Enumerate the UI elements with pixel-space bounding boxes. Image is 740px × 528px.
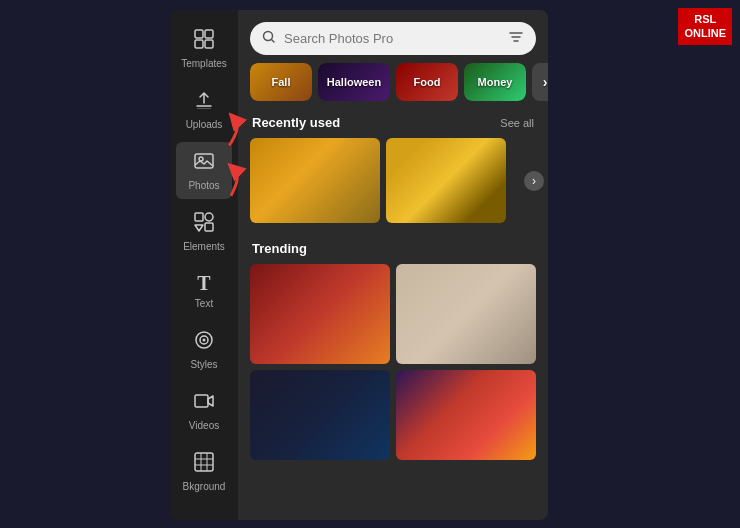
text-icon: T (197, 272, 210, 295)
sidebar-item-text[interactable]: T Text (176, 264, 232, 317)
sidebar-item-photos[interactable]: Photos (176, 142, 232, 199)
sidebar-item-elements[interactable]: Elements (176, 203, 232, 260)
search-input[interactable] (284, 31, 500, 46)
photos-panel: Fall Halloween Food Money › Recently use… (238, 10, 548, 520)
svg-rect-3 (205, 40, 213, 48)
category-pill-more[interactable]: › (532, 63, 548, 101)
bkground-label: Bkground (183, 481, 226, 492)
videos-icon (193, 390, 215, 417)
category-pill-fall[interactable]: Fall (250, 63, 312, 101)
category-more-label: › (543, 74, 548, 90)
svg-rect-7 (195, 213, 203, 221)
svg-rect-1 (205, 30, 213, 38)
svg-point-8 (205, 213, 213, 221)
recent-photo-2[interactable] (386, 138, 506, 223)
elements-icon (193, 211, 215, 238)
svg-rect-2 (195, 40, 203, 48)
templates-label: Templates (181, 58, 227, 69)
photos-icon (193, 150, 215, 177)
recently-used-title: Recently used (252, 115, 340, 130)
trending-title: Trending (252, 241, 307, 256)
dark-scene-image (250, 370, 390, 460)
videos-label: Videos (189, 420, 219, 431)
sidebar-item-styles[interactable]: Styles (176, 321, 232, 378)
svg-rect-14 (195, 453, 213, 471)
bkground-icon (193, 451, 215, 478)
rsl-badge: RSL ONLINE (678, 8, 732, 45)
category-halloween-label: Halloween (327, 76, 381, 88)
category-money-label: Money (478, 76, 513, 88)
recently-used-header: Recently used See all (238, 109, 548, 138)
category-food-label: Food (414, 76, 441, 88)
search-icon (262, 30, 276, 47)
photos-label: Photos (188, 180, 219, 191)
uploads-icon (193, 89, 215, 116)
trending-photo-3[interactable] (250, 370, 390, 460)
svg-rect-0 (195, 30, 203, 38)
trending-photo-1[interactable] (250, 264, 390, 364)
sidebar: Templates Uploads Photos (170, 10, 238, 520)
trending-header: Trending (238, 235, 548, 264)
sidebar-item-videos[interactable]: Videos (176, 382, 232, 439)
sidebar-item-bkground[interactable]: Bkground (176, 443, 232, 500)
sidebar-item-uploads[interactable]: Uploads (176, 81, 232, 138)
styles-icon (193, 329, 215, 356)
red-people-image (250, 264, 390, 364)
see-all-link[interactable]: See all (500, 117, 534, 129)
category-fall-label: Fall (272, 76, 291, 88)
sunflowers-image (386, 138, 506, 223)
category-pill-food[interactable]: Food (396, 63, 458, 101)
uploads-label: Uploads (186, 119, 223, 130)
svg-rect-9 (205, 223, 213, 231)
trending-photo-4[interactable] (396, 370, 536, 460)
elements-label: Elements (183, 241, 225, 252)
filter-icon[interactable] (508, 29, 524, 48)
yellow-field-image (250, 138, 380, 223)
svg-rect-5 (195, 154, 213, 168)
carousel-next-arrow[interactable]: › (524, 171, 544, 191)
trending-photo-2[interactable] (396, 264, 536, 364)
search-bar[interactable] (250, 22, 536, 55)
svg-point-12 (203, 339, 206, 342)
woman-wall-image (396, 264, 536, 364)
category-row: Fall Halloween Food Money › (238, 63, 548, 109)
category-pill-halloween[interactable]: Halloween (318, 63, 390, 101)
sidebar-item-templates[interactable]: Templates (176, 20, 232, 77)
text-label: Text (195, 298, 213, 309)
recent-photos-grid: › (238, 138, 548, 223)
rsl-badge-line1: RSL (684, 12, 726, 26)
recent-photo-1[interactable] (250, 138, 380, 223)
trending-grid (238, 264, 548, 460)
category-pill-money[interactable]: Money (464, 63, 526, 101)
happy-women-image (396, 370, 536, 460)
templates-icon (193, 28, 215, 55)
styles-label: Styles (190, 359, 217, 370)
rsl-badge-line2: ONLINE (684, 26, 726, 40)
svg-rect-13 (195, 395, 208, 407)
